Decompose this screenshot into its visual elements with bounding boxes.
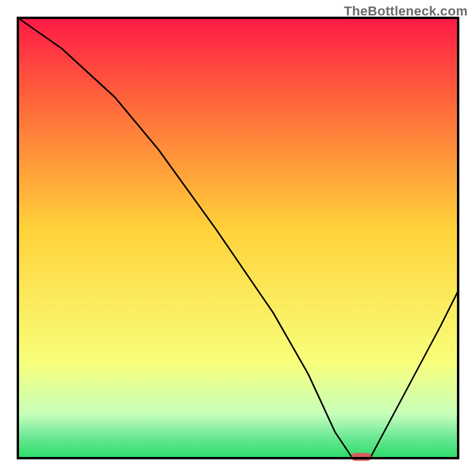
bottleneck-chart <box>0 0 476 476</box>
optimum-marker <box>352 453 371 461</box>
heat-gradient-bg <box>18 18 458 458</box>
watermark-text: TheBottleneck.com <box>344 4 468 19</box>
